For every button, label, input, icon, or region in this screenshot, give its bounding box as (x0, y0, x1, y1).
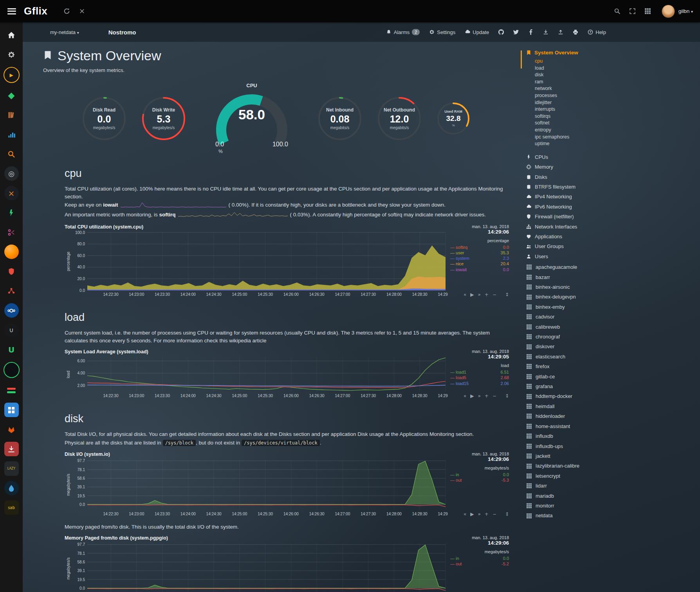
sidebar-app-jackett[interactable]: jackett (523, 451, 700, 461)
media-circle-icon[interactable]: ◎ (4, 166, 19, 181)
green-diamond-icon[interactable]: ◆ (4, 88, 19, 103)
legend-item-nice[interactable]: — nice20.4 (450, 261, 509, 266)
chart-plot-pgpgio[interactable]: 14:22:3014:23:0014:23:3014:24:0014:24:30… (65, 541, 448, 592)
sidebar-item-processes[interactable]: processes (523, 92, 700, 99)
sidebar-app-grafana[interactable]: grafana (523, 381, 700, 391)
red-shield-icon[interactable] (4, 264, 19, 279)
avatar[interactable] (662, 5, 675, 18)
legend-item-in[interactable]: — in0.0 (450, 472, 509, 477)
gear-icon[interactable] (4, 47, 19, 62)
zoom-out-button[interactable]: − (493, 511, 496, 517)
sidebar-app-firefox[interactable]: firefox (523, 362, 700, 371)
sidebar-section-user-groups[interactable]: User Groups (523, 241, 700, 251)
scissors-icon[interactable] (4, 225, 19, 239)
sidebar-app-letsencrypt[interactable]: letsencrypt (523, 471, 700, 481)
stacked-bars-icon[interactable] (4, 383, 19, 398)
user-menu[interactable]: gilbn ▾ (678, 8, 693, 14)
play-button[interactable]: ▶ (470, 511, 474, 517)
github-icon[interactable] (498, 29, 504, 35)
sidebar-app-apacheguacamole[interactable]: apacheguacamole (523, 262, 700, 272)
sidebar-app-monitorr[interactable]: monitorr (523, 501, 700, 511)
sidebar-app-lazylibrarian-calibre[interactable]: lazylibrarian-calibre (523, 461, 700, 471)
sidebar-item-network[interactable]: network (523, 85, 700, 92)
sidebar-section-network-interfaces[interactable]: Network Interfaces (523, 222, 700, 232)
orange-play-ring-icon[interactable]: ▶ (4, 67, 20, 83)
chart-plot-io[interactable]: 14:22:3014:23:0014:23:3014:24:0014:24:30… (65, 457, 448, 518)
sidebar-section-memory[interactable]: Memory (523, 162, 700, 172)
chart-plot-cpu[interactable]: 14:22:3014:23:0014:23:3014:24:0014:24:30… (65, 230, 448, 298)
sidebar-section-firewall-netfilter-[interactable]: Firewall (netfilter) (523, 212, 700, 221)
legend-item-user[interactable]: — user35.3 (450, 250, 509, 256)
sidebar-item-system-overview[interactable]: System Overview (523, 50, 700, 56)
legend-item-softirq[interactable]: — softirq0.0 (450, 245, 509, 250)
sidebar-item-disk[interactable]: disk (523, 72, 700, 79)
alarms-button[interactable]: Alarms2 (386, 29, 420, 35)
legend-item-out[interactable]: — out-5.3 (450, 477, 509, 483)
sidebar-app-chronograf[interactable]: chronograf (523, 332, 700, 342)
sidebar-app-binhex-delugevpn[interactable]: binhex-delugevpn (523, 292, 700, 302)
sidebar-app-mariadb[interactable]: mariadb (523, 491, 700, 501)
nextcloud-icon[interactable] (4, 303, 19, 318)
search-app-icon[interactable] (4, 147, 19, 161)
sidebar-app-netdata[interactable]: netdata (523, 511, 700, 520)
export-snapshot-button[interactable] (543, 29, 548, 35)
sidebar-item-ram[interactable]: ram (523, 79, 700, 86)
sidebar-item-ipc-semaphores[interactable]: ipc semaphores (523, 134, 700, 141)
facebook-icon[interactable] (528, 29, 534, 35)
sidebar-section-ipv6-networking[interactable]: IPv6 Networking (523, 202, 700, 212)
red-cluster-icon[interactable] (4, 284, 19, 298)
book-stack-icon[interactable] (4, 108, 19, 122)
sidebar-app-cadvisor[interactable]: cadvisor (523, 312, 700, 322)
settings-button[interactable]: Settings (429, 29, 455, 35)
sidebar-section-applications[interactable]: Applications (523, 232, 700, 241)
green-u-icon[interactable]: U (4, 342, 19, 357)
refresh-icon[interactable] (63, 8, 70, 14)
legend-item-in[interactable]: — in0.0 (450, 556, 509, 561)
legend-item-load5[interactable]: — load52.68 (450, 375, 509, 380)
sidebar-app-elasticsearch[interactable]: elasticsearch (523, 352, 700, 362)
fullscreen-icon[interactable] (629, 8, 636, 14)
zoom-out-button[interactable]: − (493, 393, 496, 399)
sidebar-app-home-assistant[interactable]: home-assistant (523, 421, 700, 431)
print-button[interactable] (573, 29, 578, 35)
sidebar-item-softirqs[interactable]: softirqs (523, 113, 700, 120)
sidebar-app-gitlab-ce[interactable]: gitlab-ce (523, 372, 700, 381)
sidebar-item-interrupts[interactable]: interrupts (523, 106, 700, 113)
sidebar-section-btrfs-filesystem[interactable]: BTRFS filesystem (523, 182, 700, 192)
sidebar-app-calibreweb[interactable]: calibreweb (523, 322, 700, 332)
dark-u-icon[interactable]: ∪ (4, 323, 19, 337)
green-ring-icon[interactable] (4, 362, 20, 378)
firefox-icon[interactable] (4, 245, 19, 259)
sidebar-section-disks[interactable]: Disks (523, 172, 700, 182)
hamburger-menu-icon[interactable] (7, 8, 16, 14)
sidebar-app-bazarr[interactable]: bazarr (523, 272, 700, 282)
sidebar-item-entropy[interactable]: entropy (523, 127, 700, 134)
chart-resize-handle[interactable]: ↕ (505, 292, 509, 297)
blue-window-icon[interactable] (4, 403, 19, 417)
sidebar-section-ipv4-networking[interactable]: IPv4 Networking (523, 192, 700, 202)
sidebar-app-binhex-airsonic[interactable]: binhex-airsonic (523, 282, 700, 292)
chart-plot-load[interactable]: 14:22:3014:23:0014:23:3014:24:0014:24:30… (65, 355, 448, 399)
sidebar-app-hddtemp-docker[interactable]: hddtemp-docker (523, 391, 700, 401)
water-drop-icon[interactable] (4, 481, 19, 495)
pan-forward-button[interactable]: » (478, 393, 480, 399)
pan-forward-button[interactable]: » (478, 292, 480, 297)
zoom-out-button[interactable]: − (493, 292, 496, 297)
zoom-in-button[interactable]: + (485, 511, 489, 517)
sidebar-item-idlejitter[interactable]: idlejitter (523, 99, 700, 106)
play-button[interactable]: ▶ (470, 393, 474, 399)
home-icon[interactable] (4, 28, 19, 42)
sidebar-item-softnet[interactable]: softnet (523, 120, 700, 127)
red-download-icon[interactable] (4, 442, 19, 456)
gitlab-icon[interactable] (4, 422, 19, 437)
sabnzbd-icon[interactable]: sab (4, 500, 19, 515)
apps-grid-icon[interactable] (644, 8, 651, 14)
sidebar-app-hiddenloader[interactable]: hiddenloader (523, 411, 700, 421)
import-snapshot-button[interactable] (558, 29, 563, 35)
sidebar-app-heimdall[interactable]: heimdall (523, 401, 700, 411)
legend-item-load15[interactable]: — load152.06 (450, 381, 509, 386)
x-circle-icon[interactable]: × (4, 186, 19, 200)
pan-backward-button[interactable]: « (464, 292, 466, 297)
close-icon[interactable] (79, 8, 85, 14)
update-button[interactable]: Update (465, 29, 489, 35)
